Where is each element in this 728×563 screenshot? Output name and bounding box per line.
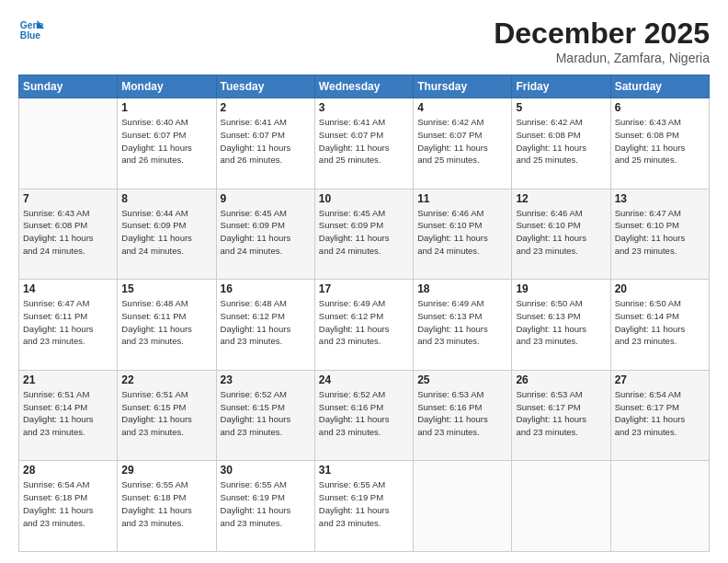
col-header-sunday: Sunday	[19, 75, 118, 98]
calendar-cell: 15Sunrise: 6:48 AM Sunset: 6:11 PM Dayli…	[118, 280, 216, 371]
day-number: 2	[221, 101, 311, 114]
calendar-cell: 31Sunrise: 6:55 AM Sunset: 6:19 PM Dayli…	[314, 461, 413, 552]
cell-info: Sunrise: 6:45 AM Sunset: 6:09 PM Dayligh…	[221, 207, 311, 258]
calendar-cell: 23Sunrise: 6:52 AM Sunset: 6:15 PM Dayli…	[216, 370, 314, 461]
title-block: December 2025 Maradun, Zamfara, Nigeria	[494, 17, 710, 65]
col-header-friday: Friday	[512, 75, 610, 98]
calendar-cell: 1Sunrise: 6:40 AM Sunset: 6:07 PM Daylig…	[118, 98, 216, 190]
location: Maradun, Zamfara, Nigeria	[494, 51, 710, 65]
day-number: 27	[615, 373, 705, 386]
day-number: 6	[615, 101, 705, 114]
day-number: 7	[23, 192, 113, 205]
logo-icon: General Blue	[18, 17, 44, 42]
calendar-week-row: 1Sunrise: 6:40 AM Sunset: 6:07 PM Daylig…	[19, 98, 710, 190]
col-header-tuesday: Tuesday	[216, 75, 314, 98]
calendar-cell: 10Sunrise: 6:45 AM Sunset: 6:09 PM Dayli…	[314, 189, 413, 280]
cell-info: Sunrise: 6:44 AM Sunset: 6:09 PM Dayligh…	[121, 207, 211, 258]
calendar-cell: 20Sunrise: 6:50 AM Sunset: 6:14 PM Dayli…	[610, 280, 709, 371]
cell-info: Sunrise: 6:47 AM Sunset: 6:10 PM Dayligh…	[615, 207, 705, 258]
calendar-cell: 13Sunrise: 6:47 AM Sunset: 6:10 PM Dayli…	[610, 189, 709, 280]
cell-info: Sunrise: 6:53 AM Sunset: 6:17 PM Dayligh…	[516, 388, 606, 439]
calendar-cell: 28Sunrise: 6:54 AM Sunset: 6:18 PM Dayli…	[19, 461, 118, 552]
cell-info: Sunrise: 6:47 AM Sunset: 6:11 PM Dayligh…	[23, 297, 113, 348]
cell-info: Sunrise: 6:55 AM Sunset: 6:19 PM Dayligh…	[221, 478, 311, 529]
cell-info: Sunrise: 6:48 AM Sunset: 6:12 PM Dayligh…	[221, 297, 311, 348]
calendar-cell: 30Sunrise: 6:55 AM Sunset: 6:19 PM Dayli…	[216, 461, 314, 552]
col-header-saturday: Saturday	[610, 75, 709, 98]
day-number: 28	[23, 464, 113, 477]
calendar-week-row: 14Sunrise: 6:47 AM Sunset: 6:11 PM Dayli…	[19, 280, 710, 371]
cell-info: Sunrise: 6:46 AM Sunset: 6:10 PM Dayligh…	[417, 207, 507, 258]
day-number: 19	[516, 282, 606, 295]
col-header-monday: Monday	[118, 75, 216, 98]
calendar-cell: 27Sunrise: 6:54 AM Sunset: 6:17 PM Dayli…	[610, 370, 709, 461]
calendar-week-row: 28Sunrise: 6:54 AM Sunset: 6:18 PM Dayli…	[19, 461, 710, 552]
day-number: 10	[319, 192, 409, 205]
cell-info: Sunrise: 6:51 AM Sunset: 6:14 PM Dayligh…	[23, 388, 113, 439]
cell-info: Sunrise: 6:42 AM Sunset: 6:07 PM Dayligh…	[417, 116, 507, 167]
calendar-week-row: 7Sunrise: 6:43 AM Sunset: 6:08 PM Daylig…	[19, 189, 710, 280]
calendar-cell	[610, 461, 709, 552]
day-number: 15	[121, 282, 211, 295]
day-number: 22	[121, 373, 211, 386]
day-number: 5	[516, 101, 606, 114]
cell-info: Sunrise: 6:48 AM Sunset: 6:11 PM Dayligh…	[121, 297, 211, 348]
day-number: 18	[417, 282, 507, 295]
calendar-cell: 12Sunrise: 6:46 AM Sunset: 6:10 PM Dayli…	[512, 189, 610, 280]
day-number: 4	[417, 101, 507, 114]
day-number: 26	[516, 373, 606, 386]
day-number: 23	[221, 373, 311, 386]
calendar-cell: 26Sunrise: 6:53 AM Sunset: 6:17 PM Dayli…	[512, 370, 610, 461]
header: General Blue December 2025 Maradun, Zamf…	[18, 17, 710, 65]
cell-info: Sunrise: 6:50 AM Sunset: 6:14 PM Dayligh…	[615, 297, 705, 348]
calendar-cell: 18Sunrise: 6:49 AM Sunset: 6:13 PM Dayli…	[414, 280, 512, 371]
cell-info: Sunrise: 6:41 AM Sunset: 6:07 PM Dayligh…	[319, 116, 409, 167]
day-number: 9	[221, 192, 311, 205]
page: General Blue December 2025 Maradun, Zamf…	[0, 0, 728, 563]
cell-info: Sunrise: 6:51 AM Sunset: 6:15 PM Dayligh…	[121, 388, 211, 439]
cell-info: Sunrise: 6:49 AM Sunset: 6:12 PM Dayligh…	[319, 297, 409, 348]
calendar-cell	[414, 461, 512, 552]
day-number: 11	[417, 192, 507, 205]
cell-info: Sunrise: 6:46 AM Sunset: 6:10 PM Dayligh…	[516, 207, 606, 258]
calendar-cell	[512, 461, 610, 552]
calendar-cell: 25Sunrise: 6:53 AM Sunset: 6:16 PM Dayli…	[414, 370, 512, 461]
cell-info: Sunrise: 6:42 AM Sunset: 6:08 PM Dayligh…	[516, 116, 606, 167]
cell-info: Sunrise: 6:50 AM Sunset: 6:13 PM Dayligh…	[516, 297, 606, 348]
calendar-cell: 7Sunrise: 6:43 AM Sunset: 6:08 PM Daylig…	[19, 189, 118, 280]
cell-info: Sunrise: 6:41 AM Sunset: 6:07 PM Dayligh…	[221, 116, 311, 167]
calendar-cell	[19, 98, 118, 190]
day-number: 12	[516, 192, 606, 205]
cell-info: Sunrise: 6:54 AM Sunset: 6:18 PM Dayligh…	[23, 478, 113, 529]
calendar-cell: 24Sunrise: 6:52 AM Sunset: 6:16 PM Dayli…	[314, 370, 413, 461]
cell-info: Sunrise: 6:55 AM Sunset: 6:18 PM Dayligh…	[121, 478, 211, 529]
calendar-cell: 4Sunrise: 6:42 AM Sunset: 6:07 PM Daylig…	[414, 98, 512, 190]
cell-info: Sunrise: 6:43 AM Sunset: 6:08 PM Dayligh…	[23, 207, 113, 258]
cell-info: Sunrise: 6:43 AM Sunset: 6:08 PM Dayligh…	[615, 116, 705, 167]
day-number: 21	[23, 373, 113, 386]
calendar-week-row: 21Sunrise: 6:51 AM Sunset: 6:14 PM Dayli…	[19, 370, 710, 461]
cell-info: Sunrise: 6:45 AM Sunset: 6:09 PM Dayligh…	[319, 207, 409, 258]
calendar-cell: 19Sunrise: 6:50 AM Sunset: 6:13 PM Dayli…	[512, 280, 610, 371]
day-number: 17	[319, 282, 409, 295]
col-header-wednesday: Wednesday	[314, 75, 413, 98]
calendar-cell: 11Sunrise: 6:46 AM Sunset: 6:10 PM Dayli…	[414, 189, 512, 280]
calendar-cell: 5Sunrise: 6:42 AM Sunset: 6:08 PM Daylig…	[512, 98, 610, 190]
cell-info: Sunrise: 6:54 AM Sunset: 6:17 PM Dayligh…	[615, 388, 705, 439]
day-number: 24	[319, 373, 409, 386]
cell-info: Sunrise: 6:53 AM Sunset: 6:16 PM Dayligh…	[417, 388, 507, 439]
day-number: 16	[221, 282, 311, 295]
day-number: 14	[23, 282, 113, 295]
day-number: 31	[319, 464, 409, 477]
calendar-cell: 14Sunrise: 6:47 AM Sunset: 6:11 PM Dayli…	[19, 280, 118, 371]
day-number: 20	[615, 282, 705, 295]
calendar-cell: 16Sunrise: 6:48 AM Sunset: 6:12 PM Dayli…	[216, 280, 314, 371]
cell-info: Sunrise: 6:55 AM Sunset: 6:19 PM Dayligh…	[319, 478, 409, 529]
day-number: 13	[615, 192, 705, 205]
cell-info: Sunrise: 6:49 AM Sunset: 6:13 PM Dayligh…	[417, 297, 507, 348]
calendar-cell: 8Sunrise: 6:44 AM Sunset: 6:09 PM Daylig…	[118, 189, 216, 280]
col-header-thursday: Thursday	[414, 75, 512, 98]
calendar-cell: 2Sunrise: 6:41 AM Sunset: 6:07 PM Daylig…	[216, 98, 314, 190]
day-number: 8	[121, 192, 211, 205]
cell-info: Sunrise: 6:52 AM Sunset: 6:16 PM Dayligh…	[319, 388, 409, 439]
